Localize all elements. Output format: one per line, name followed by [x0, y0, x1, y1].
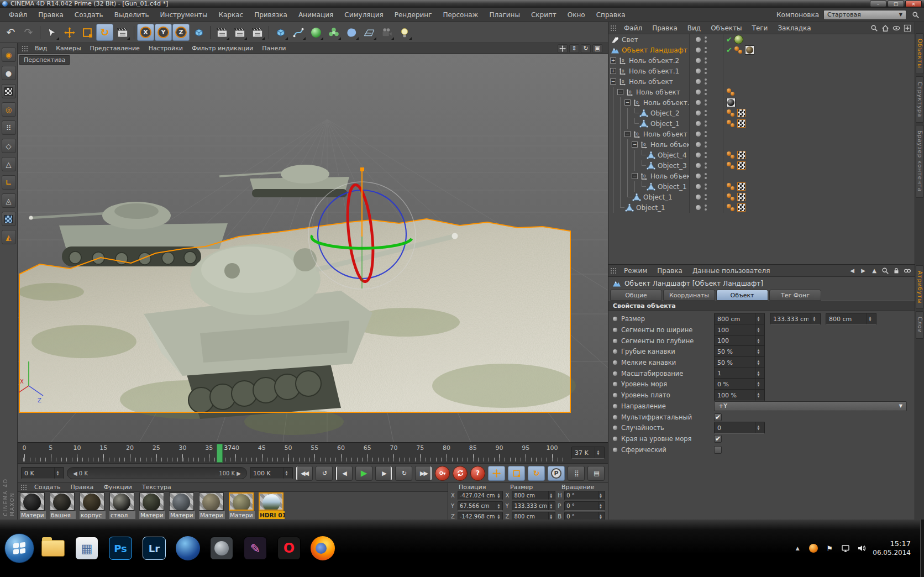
spinner[interactable]: ▲▼	[598, 491, 603, 500]
coords-size-y-field[interactable]: 133.333 cm▲▼	[512, 501, 555, 511]
undo-button[interactable]: ↶	[2, 24, 19, 41]
visibility-toggles[interactable]	[689, 150, 723, 160]
property-bullet[interactable]	[613, 371, 617, 376]
enable-dot[interactable]	[696, 163, 701, 168]
object-menu-tags[interactable]: Теги	[747, 23, 773, 33]
visibility-toggles[interactable]	[689, 97, 723, 108]
side-tab-объекты[interactable]: Объекты	[916, 33, 924, 74]
close-button[interactable]: ×	[905, 1, 922, 7]
show-desktop-button[interactable]	[920, 520, 924, 577]
network-icon[interactable]	[841, 543, 851, 553]
material-item[interactable]: Матери	[139, 492, 166, 519]
tree-row[interactable]: +Ноль объект.1	[608, 66, 915, 76]
polygons-mode-button[interactable]: △	[2, 157, 16, 171]
menu-item-help[interactable]: Справка	[591, 9, 631, 20]
material-item[interactable]: HDRI 01	[259, 492, 286, 519]
visibility-dots[interactable]	[705, 183, 707, 190]
material-tag-icon[interactable]	[745, 45, 754, 55]
enable-dot[interactable]	[696, 111, 701, 116]
enable-dot[interactable]	[696, 100, 701, 105]
tab-объект[interactable]: Объект	[716, 290, 768, 301]
grip-icon[interactable]	[22, 45, 28, 52]
lock-z-button[interactable]: Z	[172, 24, 190, 41]
spinner[interactable]: ▲▼	[496, 502, 501, 510]
tree-row[interactable]: Object_1	[608, 118, 915, 129]
coord-system-button[interactable]	[190, 24, 207, 41]
menu-item-window[interactable]: Окно	[562, 9, 591, 20]
add-modeling-button[interactable]	[325, 24, 342, 41]
viewport[interactable]: XZ Перспектива	[18, 54, 608, 442]
last-tool-button[interactable]	[114, 24, 131, 41]
timeline-playhead[interactable]	[217, 444, 223, 463]
visibility-toggles[interactable]	[689, 160, 723, 171]
side-tab-структура[interactable]: Структура	[916, 76, 924, 123]
add-camera-button[interactable]	[378, 24, 395, 41]
zoom-view-button[interactable]: ⇕	[569, 44, 579, 53]
calculator-taskbar-icon[interactable]: ▦	[72, 533, 102, 563]
spinner[interactable]: ▲▼	[811, 313, 817, 324]
material-menu-function[interactable]: Функции	[98, 483, 137, 491]
visibility-dots[interactable]	[705, 36, 707, 43]
property-field[interactable]: 100 %▲▼	[714, 389, 765, 401]
goto-end-button[interactable]: ▶▶	[415, 466, 432, 481]
add-primitive-button[interactable]	[272, 24, 289, 41]
live-selection-button[interactable]	[43, 24, 60, 41]
tree-row[interactable]: −Ноль объект	[608, 129, 915, 139]
material-item[interactable]: ствол	[109, 492, 136, 519]
viewport-menu-display[interactable]: Представление	[86, 44, 144, 53]
convert-editable-button[interactable]: ◉	[2, 48, 16, 62]
add-light-button[interactable]	[396, 24, 413, 41]
phong-tag-icon[interactable]	[726, 203, 736, 212]
visibility-toggles[interactable]	[689, 192, 723, 202]
side-tab-браузер-контента[interactable]: Браузер контента	[916, 125, 924, 197]
goto-start-button[interactable]: ◀◀	[296, 466, 313, 481]
property-bullet[interactable]	[613, 382, 617, 386]
visibility-toggles[interactable]	[689, 202, 723, 213]
key-parameter-toggle[interactable]: P	[548, 466, 565, 481]
viewport-menu-filter[interactable]: Фильтр индикации	[187, 44, 258, 53]
visibility-dots[interactable]	[705, 173, 707, 179]
rotate-button[interactable]: ↻	[96, 24, 113, 41]
home-icon[interactable]	[880, 23, 890, 33]
next-key-button[interactable]: ↻	[395, 466, 412, 481]
forward-icon[interactable]: ▶	[858, 266, 868, 276]
start-button[interactable]	[4, 533, 34, 563]
prev-frame-button[interactable]: ◀	[335, 466, 353, 481]
material-item[interactable]: Матери	[229, 492, 256, 519]
property-field[interactable]: 1▲▼	[714, 368, 765, 380]
tree-row[interactable]: Object_1	[608, 202, 915, 213]
visibility-dots[interactable]	[705, 120, 707, 127]
back-icon[interactable]: ◀	[847, 266, 857, 276]
workplane-mode-button[interactable]: ∟	[2, 175, 16, 190]
edit-render-settings-button[interactable]	[249, 24, 266, 41]
phong-tag-icon[interactable]	[726, 192, 736, 202]
material-item[interactable]: Матери	[20, 492, 47, 519]
coords-position-y-field[interactable]: 67.566 cm▲▼	[458, 501, 503, 511]
texture-tag-icon[interactable]	[737, 161, 746, 170]
axis-mode-button[interactable]: ◎	[2, 102, 16, 117]
phong-tag-icon[interactable]	[734, 45, 743, 55]
collapse-icon[interactable]: −	[624, 99, 631, 106]
lightroom-taskbar-icon[interactable]: Lr	[139, 533, 169, 563]
property-bullet[interactable]	[613, 415, 617, 419]
visibility-dots[interactable]	[705, 47, 707, 53]
key-position-toggle[interactable]	[488, 466, 505, 481]
pen-tool-taskbar-icon[interactable]: ✎	[240, 533, 270, 563]
play-button[interactable]: ▶	[355, 466, 372, 481]
texture-tag-icon[interactable]	[737, 193, 746, 201]
property-bullet[interactable]	[613, 437, 617, 441]
key-rotation-toggle[interactable]: ↻	[528, 466, 545, 481]
property-field[interactable]: 0▲▼	[714, 422, 765, 434]
current-frame-input[interactable]: 37 K ▲▼	[571, 447, 605, 459]
spinner[interactable]: ▲▼	[755, 313, 762, 324]
spinner[interactable]: ▲▼	[595, 447, 601, 458]
gray-app-taskbar-icon[interactable]	[207, 533, 237, 563]
side-tab-атрибуты[interactable]: Атрибуты	[916, 265, 924, 309]
spinner[interactable]: ▲▼	[755, 346, 762, 357]
visibility-toggles[interactable]	[689, 129, 723, 139]
property-bullet[interactable]	[613, 317, 617, 321]
menu-item-file[interactable]: Файл	[3, 9, 33, 20]
lock-x-button[interactable]: X	[137, 24, 154, 41]
spinner[interactable]: ▲▼	[755, 335, 762, 347]
phong-tag-icon[interactable]	[726, 108, 736, 118]
